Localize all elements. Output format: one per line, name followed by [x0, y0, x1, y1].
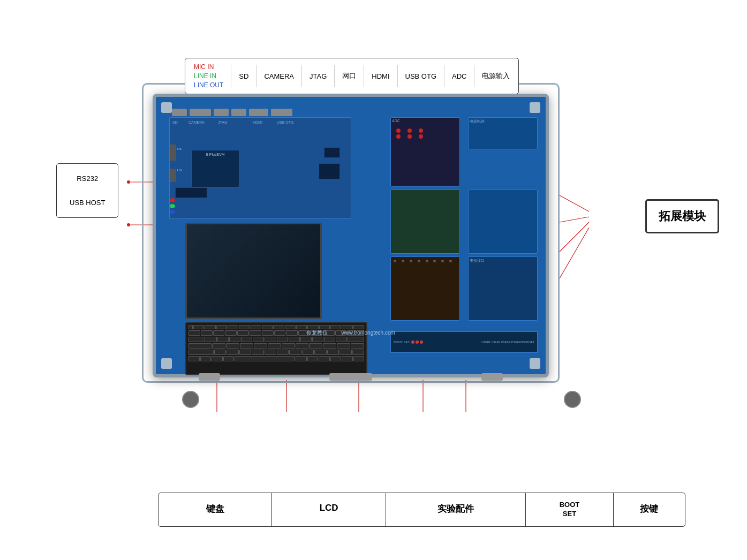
key-f5	[239, 325, 250, 329]
corner-tr	[530, 102, 540, 113]
key-z	[214, 350, 226, 355]
lcd-bottom-label: LCD	[272, 493, 386, 526]
connector-camera	[190, 109, 211, 116]
key-lshift	[188, 350, 214, 355]
pcb-label-camera: CAMERA	[188, 120, 205, 124]
key-arr2	[342, 356, 353, 361]
key-caps	[188, 343, 212, 349]
experiment-bottom-label: 实验配件	[386, 493, 526, 526]
led5	[408, 134, 412, 139]
led6	[419, 134, 423, 139]
hinge-center	[329, 373, 372, 381]
key-arr1	[330, 356, 342, 361]
svg-point-29	[127, 180, 130, 184]
key-backtick	[188, 330, 200, 336]
key-g	[268, 343, 281, 349]
key-c	[239, 350, 251, 355]
divider2	[256, 65, 256, 87]
svg-line-14	[560, 228, 589, 278]
key-l	[323, 343, 336, 349]
key-alt	[223, 356, 235, 361]
key-j	[296, 343, 309, 349]
divider6	[397, 65, 398, 87]
key-5	[250, 330, 261, 336]
divider5	[364, 65, 364, 87]
key-f	[254, 343, 267, 349]
key-tab	[188, 337, 205, 342]
key-f12	[319, 325, 330, 329]
pcb-label-hdmi: HDMI	[253, 120, 262, 124]
key-semicolon	[337, 343, 350, 349]
chip1	[324, 147, 340, 158]
user-labels: USER1 USER2 USER3 POWERON RESET	[481, 340, 534, 344]
key-f8	[273, 325, 284, 329]
key-rbracket	[336, 337, 347, 342]
module4	[468, 190, 538, 254]
bb-dot	[441, 260, 444, 262]
key-f9	[285, 325, 296, 329]
jtag-label: JTAG	[310, 72, 327, 80]
key-y	[265, 337, 276, 342]
camera-label: CAMERA	[264, 72, 294, 80]
key-fn	[188, 356, 200, 361]
line-in-label: LINE IN	[194, 72, 223, 81]
svg-line-13	[560, 222, 589, 252]
wheel-left	[182, 391, 199, 408]
hdmi-label: HDMI	[372, 72, 389, 80]
mic-in-label: MIC IN	[194, 63, 223, 72]
key-k	[309, 343, 322, 349]
connector-sd	[172, 109, 187, 116]
key-scroll	[342, 325, 352, 329]
corner-tl	[161, 102, 172, 113]
key-f7	[262, 325, 273, 329]
rs-label: RS	[177, 147, 182, 150]
key-p	[312, 337, 323, 342]
divider8	[474, 65, 474, 87]
soc-label: 8-PlusEVM	[192, 150, 239, 158]
key-period	[314, 350, 326, 355]
connector-net	[231, 109, 246, 116]
line-in-jack	[170, 204, 175, 208]
keyboard-bottom-label: 键盘	[159, 493, 272, 526]
bb-dot	[426, 260, 428, 262]
key-r	[241, 337, 252, 342]
sd-label: SD	[239, 72, 248, 80]
control-label: 串机接口	[469, 257, 537, 264]
key-quote	[351, 343, 364, 349]
bb-dot	[394, 260, 396, 262]
adc-label: ADC	[391, 118, 459, 124]
pcb-label-jtag: JTAG	[218, 120, 227, 124]
key-v	[252, 350, 263, 355]
key-a	[212, 343, 225, 349]
divider3	[301, 65, 302, 87]
key-b	[265, 350, 276, 355]
key-h	[282, 343, 295, 349]
adc-label: ADC	[452, 72, 466, 80]
bb-dot	[449, 260, 452, 262]
pcb-label-usb-otg: USB OTG	[277, 120, 294, 124]
corner-bl	[161, 358, 172, 369]
line-out-jack	[170, 210, 175, 214]
power-circuit-label: 电源电路	[469, 118, 537, 125]
key-slash	[327, 350, 339, 355]
key-n	[277, 350, 289, 355]
connector-hdmi	[249, 109, 268, 116]
power-in-label: 电源输入	[482, 71, 510, 81]
boot-user-buttons: BOOT SET USER1 USER2 USER3 POWERON RESET	[390, 331, 538, 353]
usb-otg-label: USB OTG	[405, 72, 437, 80]
boot-led3	[420, 340, 423, 344]
key-f4	[228, 325, 238, 329]
boot-led2	[416, 340, 419, 344]
key-enter	[348, 337, 364, 342]
adc-module: ADC	[390, 117, 460, 187]
key-f6	[251, 325, 261, 329]
key-e	[229, 337, 240, 342]
us-label: US	[177, 169, 182, 172]
key-esc	[188, 325, 193, 329]
key-3	[225, 330, 237, 336]
key-8	[286, 330, 298, 336]
key-m-alt	[296, 356, 307, 361]
key-o	[300, 337, 312, 342]
main-board: SD CAMERA JTAG HDMI USB OTG 8-PlusEVM RS…	[153, 94, 549, 377]
key-7	[274, 330, 286, 336]
